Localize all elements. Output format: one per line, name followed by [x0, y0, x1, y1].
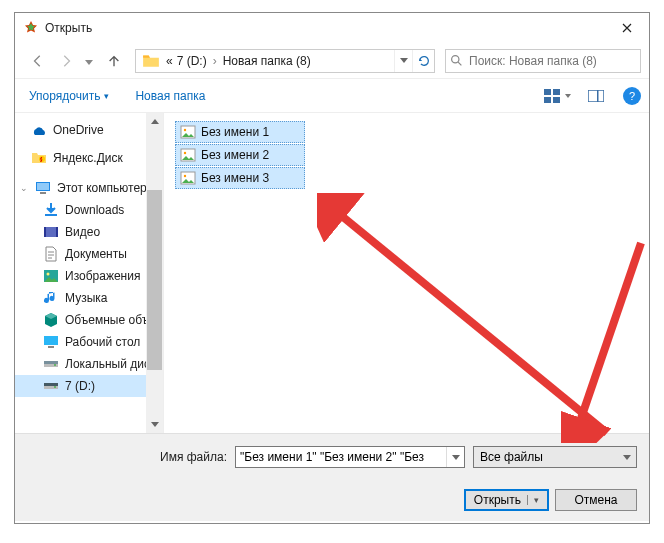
svg-point-26	[184, 129, 186, 131]
sidebar-item-music[interactable]: Музыка	[15, 287, 163, 309]
cancel-button[interactable]: Отмена	[555, 489, 637, 511]
address-dropdown[interactable]	[394, 50, 412, 72]
help-button[interactable]: ?	[623, 87, 641, 105]
drive-icon	[43, 378, 59, 394]
breadcrumb-drive[interactable]: 7 (D:)	[175, 54, 209, 68]
svg-rect-18	[48, 346, 54, 348]
chevron-right-icon: ›	[209, 54, 221, 68]
image-file-icon	[180, 147, 196, 163]
close-button[interactable]	[605, 13, 649, 43]
chevron-down-icon	[618, 447, 636, 467]
svg-line-32	[576, 243, 641, 433]
svg-rect-5	[588, 90, 604, 102]
pictures-icon	[43, 268, 59, 284]
music-icon	[43, 290, 59, 306]
open-button-label: Открыть	[474, 493, 521, 507]
sidebar-item-drive-d[interactable]: 7 (D:)	[15, 375, 163, 397]
chevron-down-icon[interactable]	[446, 447, 464, 467]
svg-rect-2	[553, 89, 560, 95]
expand-handle[interactable]: ⌄	[19, 183, 29, 193]
svg-rect-17	[44, 336, 58, 345]
svg-rect-4	[553, 97, 560, 103]
sidebar-item-onedrive[interactable]: OneDrive	[15, 119, 163, 141]
search-icon	[450, 54, 463, 67]
preview-pane-button[interactable]	[583, 85, 609, 107]
chevron-down-icon: ▾	[527, 495, 539, 505]
file-item[interactable]: Без имени 2	[175, 144, 305, 166]
svg-rect-11	[45, 214, 57, 216]
sidebar-item-videos[interactable]: Видео	[15, 221, 163, 243]
new-folder-label: Новая папка	[135, 89, 205, 103]
file-label: Без имени 3	[201, 171, 269, 185]
address-bar[interactable]: « 7 (D:) › Новая папка (8)	[135, 49, 435, 73]
folder-icon	[142, 52, 160, 70]
svg-rect-9	[37, 183, 49, 190]
svg-rect-10	[40, 192, 46, 194]
svg-rect-1	[544, 89, 551, 95]
svg-rect-20	[44, 361, 58, 364]
sidebar-item-desktop[interactable]: Рабочий стол	[15, 331, 163, 353]
sidebar: OneDrive Яндекс.Диск ⌄ Этот компьютер Do…	[15, 113, 163, 433]
svg-rect-13	[44, 227, 46, 237]
open-file-dialog: Открыть « 7 (D:) › Новая папка (8)	[14, 12, 650, 524]
footer: Имя файла: Все файлы Открыть ▾ Отмена	[15, 433, 649, 521]
scroll-up-button[interactable]	[146, 113, 163, 130]
chevron-down-icon: ▾	[104, 91, 109, 101]
recent-locations-dropdown[interactable]	[85, 54, 95, 68]
file-item[interactable]: Без имени 3	[175, 167, 305, 189]
organize-label: Упорядочить	[29, 89, 100, 103]
refresh-button[interactable]	[412, 50, 434, 72]
svg-point-7	[39, 156, 45, 162]
filename-input[interactable]	[236, 450, 446, 464]
sidebar-item-yandexdisk[interactable]: Яндекс.Диск	[15, 147, 163, 169]
svg-point-28	[184, 152, 186, 154]
forward-button[interactable]	[57, 52, 75, 70]
yandexdisk-icon	[31, 150, 47, 166]
file-item[interactable]: Без имени 1	[175, 121, 305, 143]
file-label: Без имени 1	[201, 125, 269, 139]
sidebar-scrollbar[interactable]	[146, 113, 163, 433]
svg-rect-6	[597, 90, 599, 102]
documents-icon	[43, 246, 59, 262]
window-title: Открыть	[45, 21, 605, 35]
scroll-thumb[interactable]	[147, 190, 162, 370]
drive-icon	[43, 356, 59, 372]
open-button[interactable]: Открыть ▾	[464, 489, 549, 511]
new-folder-button[interactable]: Новая папка	[129, 85, 211, 107]
command-bar: Упорядочить ▾ Новая папка ?	[15, 79, 649, 113]
organize-button[interactable]: Упорядочить ▾	[23, 85, 115, 107]
breadcrumb-root[interactable]: «	[164, 54, 175, 68]
title-bar: Открыть	[15, 13, 649, 43]
filename-combobox[interactable]	[235, 446, 465, 468]
breadcrumb-folder[interactable]: Новая папка (8)	[221, 54, 313, 68]
sidebar-item-documents[interactable]: Документы	[15, 243, 163, 265]
svg-rect-12	[44, 227, 58, 237]
filename-label: Имя файла:	[27, 450, 227, 464]
image-file-icon	[180, 170, 196, 186]
nav-buttons	[23, 52, 129, 70]
file-label: Без имени 2	[201, 148, 269, 162]
search-input[interactable]	[469, 54, 636, 68]
onedrive-icon	[31, 122, 47, 138]
up-button[interactable]	[105, 52, 123, 70]
search-box[interactable]	[445, 49, 641, 73]
svg-rect-14	[56, 227, 58, 237]
back-button[interactable]	[29, 52, 47, 70]
svg-point-0	[452, 56, 459, 63]
desktop-icon	[43, 334, 59, 350]
filter-label: Все файлы	[480, 450, 618, 464]
downloads-icon	[43, 202, 59, 218]
annotation-arrow	[561, 233, 651, 443]
sidebar-item-pictures[interactable]: Изображения	[15, 265, 163, 287]
view-options-button[interactable]	[539, 85, 565, 107]
sidebar-item-3dobjects[interactable]: Объемные объекты	[15, 309, 163, 331]
scroll-down-button[interactable]	[146, 416, 163, 433]
svg-point-16	[47, 273, 50, 276]
image-file-icon	[180, 124, 196, 140]
sidebar-item-downloads[interactable]: Downloads	[15, 199, 163, 221]
svg-point-30	[184, 175, 186, 177]
filetype-combobox[interactable]: Все файлы	[473, 446, 637, 468]
volumes-icon	[43, 312, 59, 328]
sidebar-item-thispc[interactable]: ⌄ Этот компьютер	[15, 177, 163, 199]
sidebar-item-localdisk[interactable]: Локальный диск	[15, 353, 163, 375]
